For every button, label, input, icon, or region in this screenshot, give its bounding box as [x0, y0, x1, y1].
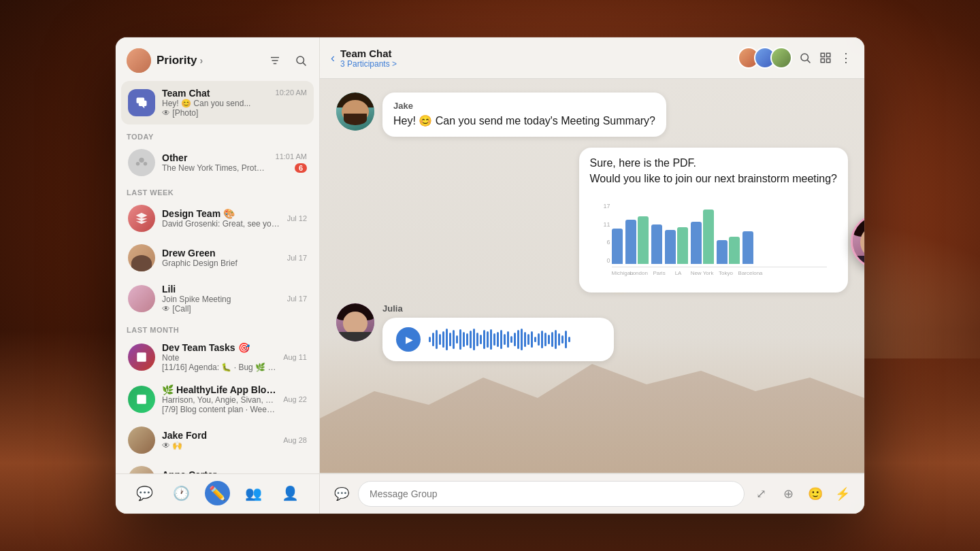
- other-badge: 6: [295, 163, 307, 173]
- design-team-content: Design Team 🎨 David Grosenki: Great, see…: [162, 208, 280, 229]
- lili-avatar: [128, 285, 155, 312]
- team-chat-preview: Hey! 😊 Can you send...: [162, 99, 269, 108]
- healthylife-meta: Aug 22: [283, 395, 307, 403]
- jake-ford-preview: 👁 🙌: [162, 441, 276, 450]
- drew-content: Drew Green Graphic Design Brief: [162, 248, 280, 268]
- add-button[interactable]: ⊕: [777, 483, 799, 505]
- dev-team-meta: Aug 11: [283, 353, 307, 361]
- list-item-jake-ford[interactable]: Jake Ford 👁 🙌 Aug 28: [120, 421, 315, 459]
- other-meta: 11:01 AM 6: [276, 152, 307, 173]
- message-julia: Julia: [336, 303, 614, 361]
- filter-button[interactable]: [267, 53, 282, 68]
- chat-messages: Jake Hey! 😊 Can you send me today's Meet…: [320, 79, 864, 473]
- sent-text: Sure, here is the PDF.Would you like to …: [590, 156, 837, 186]
- dev-team-content: Dev Team Tasks 🎯 Note [11/16] Agenda: 🐛 …: [162, 342, 276, 372]
- list-item-other[interactable]: Other The New York Times, Protein Sale, …: [120, 144, 315, 182]
- emoji-button[interactable]: 🙂: [804, 483, 826, 505]
- floating-julia-avatar: [851, 214, 864, 269]
- team-chat-icon: [128, 89, 155, 116]
- sidebar-title: Priority: [157, 54, 197, 67]
- julia-content: Julia: [382, 303, 614, 361]
- sidebar: Priority › Team Chat Hey! 😊 Can you sen: [116, 37, 320, 514]
- bar-london-green: [638, 216, 649, 264]
- search-button[interactable]: [293, 53, 308, 68]
- section-last-week: LAST WEEK: [116, 183, 319, 199]
- y-label-17: 17: [604, 203, 610, 210]
- svg-rect-17: [821, 53, 824, 56]
- chat-header-actions: ⋮: [738, 47, 853, 69]
- jake-ford-name: Jake Ford: [162, 430, 276, 441]
- chat-title-area: Team Chat 3 Participants >: [340, 48, 738, 69]
- svg-line-4: [303, 63, 306, 65]
- jake-message-text: Hey! 😊 Can you send me today's Meeting S…: [393, 114, 655, 129]
- bar-tokyo-green: [729, 237, 740, 264]
- priority-button[interactable]: Priority ›: [157, 54, 203, 67]
- list-item-design-team[interactable]: Design Team 🎨 David Grosenki: Great, see…: [120, 199, 315, 237]
- section-last-month: LAST MONTH: [116, 320, 319, 337]
- back-button[interactable]: ‹: [331, 51, 335, 65]
- jake-ford-content: Jake Ford 👁 🙌: [162, 430, 276, 450]
- bar-la-blue: [665, 230, 676, 264]
- play-audio-button[interactable]: [396, 327, 421, 352]
- team-chat-name: Team Chat: [162, 88, 269, 99]
- nav-profile[interactable]: 👤: [278, 481, 303, 505]
- list-item-dev-team[interactable]: Dev Team Tasks 🎯 Note [11/16] Agenda: 🐛 …: [120, 337, 315, 378]
- chat-panel: ‹ Team Chat 3 Participants > ⋮: [320, 37, 864, 514]
- x-label-tokyo: Tokyo: [717, 270, 736, 276]
- sidebar-actions: [267, 53, 308, 68]
- participant-avatars: [738, 47, 792, 69]
- jake-msg-avatar: [336, 93, 374, 131]
- chat-name: Team Chat: [340, 48, 738, 59]
- dev-team-name: Dev Team Tasks 🎯: [162, 342, 276, 353]
- message-sent: Sure, here is the PDF.Would you like to …: [579, 148, 848, 293]
- svg-point-6: [136, 162, 140, 166]
- design-team-avatar: [128, 205, 155, 232]
- team-chat-item[interactable]: Team Chat Hey! 😊 Can you send... 👁 [Phot…: [121, 81, 314, 124]
- design-team-preview: David Grosenki: Great, see you...: [162, 219, 280, 229]
- expand-button[interactable]: ⤢: [750, 483, 772, 505]
- nav-groups[interactable]: 👥: [241, 481, 266, 505]
- list-item-healthylife[interactable]: 🌿 HealthyLife App Blog 🌿 Harrison, You, …: [120, 379, 315, 420]
- bar-london: [625, 216, 649, 264]
- message-icon-button[interactable]: 💬: [331, 483, 353, 505]
- sent-bubble: Sure, here is the PDF.Would you like to …: [579, 148, 848, 293]
- chat-layout-button[interactable]: [818, 50, 833, 65]
- nav-history[interactable]: 🕐: [169, 481, 194, 505]
- dev-team-time: Aug 11: [283, 353, 307, 361]
- nav-messages[interactable]: 💬: [132, 481, 157, 505]
- bar-barcelona-blue: [742, 231, 753, 264]
- nav-compose[interactable]: ✏️: [205, 481, 230, 505]
- x-label-new-york: New York: [691, 270, 714, 276]
- lightning-button[interactable]: ⚡: [832, 483, 853, 505]
- list-item-drew-green[interactable]: Drew Green Graphic Design Brief Jul 17: [120, 239, 315, 277]
- bar-ny-green: [703, 210, 714, 264]
- chat-participants-link[interactable]: 3 Participants >: [340, 59, 738, 69]
- svg-point-15: [801, 54, 808, 61]
- team-chat-preview-sub: 👁 [Photo]: [162, 108, 269, 118]
- other-name: Other: [162, 152, 269, 163]
- jake-ford-avatar: [128, 427, 155, 454]
- svg-line-16: [807, 60, 810, 63]
- svg-rect-20: [827, 59, 830, 63]
- lili-time: Jul 17: [287, 295, 307, 303]
- drew-name: Drew Green: [162, 248, 280, 258]
- chat-search-button[interactable]: [798, 50, 813, 65]
- jake-sender: Jake: [393, 101, 655, 111]
- healthylife-preview2: [7/9] Blog content plan · Weekly tip ✨: [162, 405, 276, 414]
- bar-london-blue: [625, 220, 636, 264]
- lili-name: Lili: [162, 284, 280, 295]
- y-label-0: 0: [607, 257, 610, 264]
- other-preview: The New York Times, Protein Sale, Newsle…: [162, 163, 269, 173]
- x-label-la: LA: [669, 270, 688, 276]
- x-label-london: London: [628, 270, 650, 276]
- julia-sender: Julia: [382, 303, 614, 314]
- list-item-lili[interactable]: Lili Join Spike Meeting 👁 [Call] Jul 17: [120, 278, 315, 319]
- drew-time: Jul 17: [287, 254, 307, 262]
- list-item-anna-carter[interactable]: Anna Carter Invitation: Review Design Br…: [120, 461, 315, 473]
- message-input[interactable]: [358, 481, 745, 507]
- y-label-6: 6: [607, 239, 610, 246]
- healthylife-preview: Harrison, You, Angie, Sivan, Drew...: [162, 395, 276, 405]
- bar-la: [665, 227, 688, 264]
- dev-team-preview: Note: [162, 353, 276, 363]
- chat-more-button[interactable]: ⋮: [838, 49, 853, 67]
